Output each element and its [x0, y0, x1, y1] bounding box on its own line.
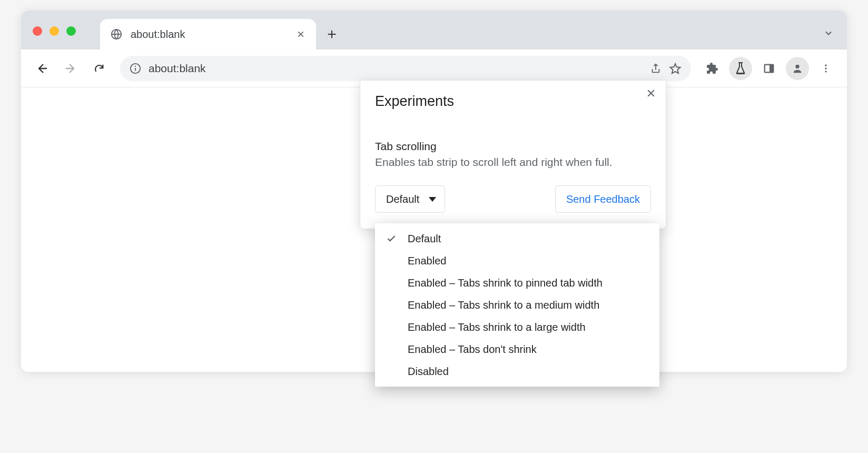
dropdown-option[interactable]: Enabled – Tabs shrink to a large width	[375, 316, 659, 338]
window-minimize-button[interactable]	[50, 26, 59, 36]
side-panel-button[interactable]	[757, 57, 781, 80]
forward-button[interactable]	[59, 57, 82, 80]
bookmark-star-icon[interactable]	[669, 62, 682, 75]
experiments-flask-button[interactable]	[729, 57, 752, 80]
svg-rect-5	[770, 64, 773, 72]
popup-title: Experiments	[375, 93, 651, 110]
experiment-description: Enables tab strip to scroll left and rig…	[375, 156, 651, 169]
svg-point-9	[825, 71, 826, 72]
extensions-button[interactable]	[701, 57, 724, 80]
window-controls	[33, 26, 76, 36]
check-icon	[384, 233, 398, 244]
address-text: about:blank	[149, 62, 643, 75]
dropdown-caret-icon	[429, 197, 436, 202]
dropdown-option[interactable]: Enabled	[375, 250, 659, 272]
dropdown-option[interactable]: Disabled	[375, 360, 659, 382]
dropdown-option[interactable]: Enabled – Tabs shrink to a medium width	[375, 294, 659, 316]
dropdown-option-label: Enabled – Tabs shrink to a large width	[408, 321, 586, 333]
address-bar[interactable]: about:blank	[120, 56, 691, 81]
dropdown-option[interactable]: Enabled – Tabs shrink to pinned tab widt…	[375, 272, 659, 294]
dropdown-option-label: Disabled	[408, 366, 449, 378]
tab-close-button[interactable]	[296, 29, 305, 39]
tab-strip: about:blank	[21, 11, 847, 50]
tab-title: about:blank	[131, 28, 288, 41]
window-close-button[interactable]	[33, 26, 42, 36]
reload-button[interactable]	[87, 57, 111, 80]
dropdown-option-label: Enabled – Tabs don't shrink	[408, 343, 537, 356]
share-icon[interactable]	[650, 63, 662, 74]
svg-point-6	[795, 64, 799, 68]
experiment-dropdown[interactable]: Default	[375, 185, 445, 213]
svg-point-3	[135, 65, 136, 66]
dropdown-option-label: Enabled – Tabs shrink to a medium width	[408, 299, 599, 311]
menu-kebab-button[interactable]	[814, 57, 837, 80]
dropdown-option[interactable]: Enabled – Tabs don't shrink	[375, 338, 659, 360]
experiments-popup: Experiments Tab scrolling Enables tab st…	[360, 80, 666, 229]
svg-point-7	[825, 64, 826, 66]
dropdown-option-label: Enabled	[408, 255, 446, 267]
send-feedback-button[interactable]: Send Feedback	[555, 185, 651, 213]
popup-close-button[interactable]	[646, 88, 656, 99]
tab-overflow-button[interactable]	[821, 25, 836, 41]
window-maximize-button[interactable]	[66, 26, 76, 36]
dropdown-menu: DefaultEnabledEnabled – Tabs shrink to p…	[375, 223, 659, 387]
svg-point-8	[825, 67, 826, 69]
site-info-icon[interactable]	[130, 63, 141, 74]
dropdown-option[interactable]: Default	[375, 228, 659, 250]
dropdown-option-label: Default	[408, 233, 441, 245]
send-feedback-label: Send Feedback	[566, 193, 640, 205]
profile-avatar-button[interactable]	[786, 57, 809, 80]
browser-tab[interactable]: about:blank	[100, 19, 316, 50]
back-button[interactable]	[31, 57, 54, 80]
dropdown-selected-label: Default	[386, 193, 419, 205]
experiment-name: Tab scrolling	[375, 140, 651, 153]
dropdown-option-label: Enabled – Tabs shrink to pinned tab widt…	[408, 277, 603, 289]
globe-icon	[111, 28, 122, 40]
new-tab-button[interactable]	[320, 23, 343, 46]
